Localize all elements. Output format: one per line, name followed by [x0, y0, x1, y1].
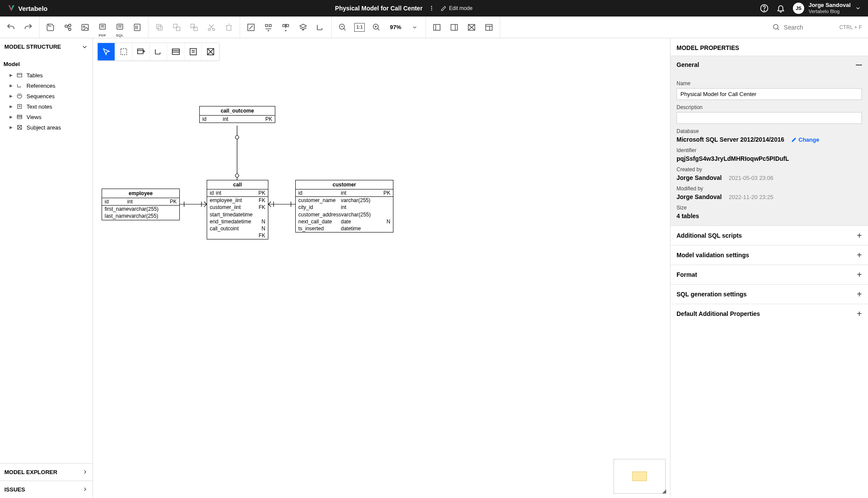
tree-item[interactable]: ▶References: [3, 80, 89, 91]
search-box[interactable]: CTRL + F: [766, 17, 868, 38]
model-structure-toggle[interactable]: MODEL STRUCTURE: [0, 38, 92, 56]
table-column: next_call_datedateN: [296, 218, 393, 225]
table-employee[interactable]: employeeidintPKfirst_namevarchar(255)las…: [102, 189, 180, 220]
section-general-label: General: [677, 61, 699, 68]
panel-right-button[interactable]: [449, 22, 460, 33]
table-customer[interactable]: customeridintPKcustomer_namevarchar(255)…: [295, 180, 393, 232]
svg-point-80: [235, 174, 239, 177]
model-explorer-toggle[interactable]: MODEL EXPLORER: [0, 463, 92, 481]
select-tool[interactable]: [98, 43, 115, 60]
save-button[interactable]: [45, 22, 56, 33]
createdby-label: Created by: [677, 166, 862, 173]
delete-button[interactable]: [223, 22, 234, 33]
undo-button[interactable]: [5, 22, 17, 33]
minimap-toggle-button[interactable]: [483, 22, 495, 33]
modifiedby-name: Jorge Sandoval: [677, 193, 722, 200]
section-toggle[interactable]: SQL generation settings+: [670, 285, 868, 304]
section-label: Default Additional Properties: [677, 310, 760, 317]
tree-item[interactable]: ▶Tables: [3, 70, 89, 80]
zoom-dropdown[interactable]: [409, 22, 420, 33]
size-value: 4 tables: [677, 212, 699, 219]
table-column: call_outcointN FK: [207, 225, 268, 239]
zoom-reset-button[interactable]: 1:1: [354, 23, 365, 32]
pdf-export-button[interactable]: PDF: [97, 22, 108, 33]
table-name: customer: [296, 180, 393, 189]
reference-tool-button[interactable]: [315, 22, 326, 33]
add-view-tool[interactable]: [167, 43, 185, 60]
issues-toggle[interactable]: ISSUES: [0, 481, 92, 498]
table-column: idintPK: [296, 189, 393, 197]
image-export-button[interactable]: [79, 22, 91, 33]
add-table-tool[interactable]: [132, 43, 150, 60]
table-column: customer_namevarchar(255): [296, 197, 393, 204]
xml-export-button[interactable]: [132, 22, 143, 33]
share-button[interactable]: [62, 22, 73, 33]
add-reference-tool[interactable]: [150, 43, 167, 60]
svg-rect-62: [17, 115, 22, 119]
svg-rect-56: [17, 73, 22, 77]
tree-item[interactable]: ▶Views: [3, 112, 89, 122]
table-call[interactable]: callidintPKemployee_iintFKcustomer_iintF…: [207, 180, 268, 239]
align-v-button[interactable]: [280, 22, 291, 33]
svg-point-5: [431, 10, 432, 10]
plus-icon: +: [857, 231, 862, 240]
paste-button[interactable]: [188, 22, 200, 33]
tree-item[interactable]: ▶Text notes: [3, 101, 89, 112]
plus-icon: +: [857, 309, 862, 318]
table-column: idintPK: [102, 198, 179, 206]
chevron-right-icon: [82, 486, 88, 492]
edit-mode[interactable]: Edit mode: [441, 5, 472, 11]
duplicate-button[interactable]: [171, 22, 182, 33]
add-note-tool[interactable]: [185, 43, 202, 60]
panel-left-button[interactable]: [431, 22, 442, 33]
identifier-value: pqjSsfgS4w3JryLdMHRIoqwPc5PIDufL: [677, 155, 789, 162]
resize-handle-icon[interactable]: ◢: [662, 488, 666, 494]
sql-export-button[interactable]: SQL: [114, 22, 125, 33]
tree-item-label: Text notes: [26, 103, 52, 110]
add-area-tool[interactable]: [202, 43, 219, 60]
help-icon[interactable]: [760, 4, 769, 13]
section-toggle[interactable]: Default Additional Properties+: [670, 304, 868, 323]
table-column: employee_iintFK: [207, 197, 268, 204]
database-label: Database: [677, 128, 862, 134]
minimap[interactable]: ◢: [614, 459, 666, 494]
name-input[interactable]: [677, 88, 862, 100]
table-column: last_namevarchar(255): [102, 212, 179, 219]
table-name: call: [207, 180, 268, 189]
grid-button[interactable]: [466, 22, 477, 33]
tree-item[interactable]: ▶Sequences: [3, 91, 89, 101]
table-call-outcome[interactable]: call_outcomeidintPK: [199, 106, 275, 123]
cut-button[interactable]: [206, 22, 217, 33]
marquee-tool[interactable]: [115, 43, 132, 60]
redo-button[interactable]: [23, 22, 34, 33]
fit-button[interactable]: [245, 22, 257, 33]
tree-item-label: References: [26, 83, 55, 89]
model-heading: Model: [3, 58, 89, 70]
caret-icon: ▶: [10, 115, 13, 119]
tree-item-icon: [16, 82, 23, 89]
description-label: Description: [677, 104, 862, 110]
change-database-link[interactable]: Change: [791, 136, 819, 143]
canvas[interactable]: call_outcomeidintPK callidintPKemployee_…: [93, 38, 670, 498]
bell-icon[interactable]: [776, 4, 785, 13]
layers-button[interactable]: [297, 22, 309, 33]
kebab-icon[interactable]: [429, 5, 435, 11]
section-label: Model validation settings: [677, 252, 749, 259]
description-input[interactable]: [677, 112, 862, 124]
copy-button[interactable]: [154, 22, 165, 33]
section-toggle[interactable]: Model validation settings+: [670, 246, 868, 265]
section-general-toggle[interactable]: General —: [670, 56, 868, 73]
section-toggle[interactable]: Format+: [670, 265, 868, 284]
brand[interactable]: Vertabelo: [7, 4, 48, 13]
tree-item-label: Tables: [26, 72, 43, 79]
tree-item[interactable]: ▶Subject areas: [3, 122, 89, 133]
section-label: Additional SQL scripts: [677, 232, 742, 239]
search-input[interactable]: [784, 24, 836, 31]
tree-item-icon: [16, 113, 23, 120]
align-h-button[interactable]: [263, 22, 274, 33]
chevron-down-icon: [81, 43, 88, 50]
user-menu[interactable]: JS Jorge Sandoval Vertabelo Blog: [793, 2, 861, 14]
zoom-out-button[interactable]: [337, 22, 348, 33]
zoom-in-button[interactable]: [371, 22, 382, 33]
section-toggle[interactable]: Additional SQL scripts+: [670, 226, 868, 245]
